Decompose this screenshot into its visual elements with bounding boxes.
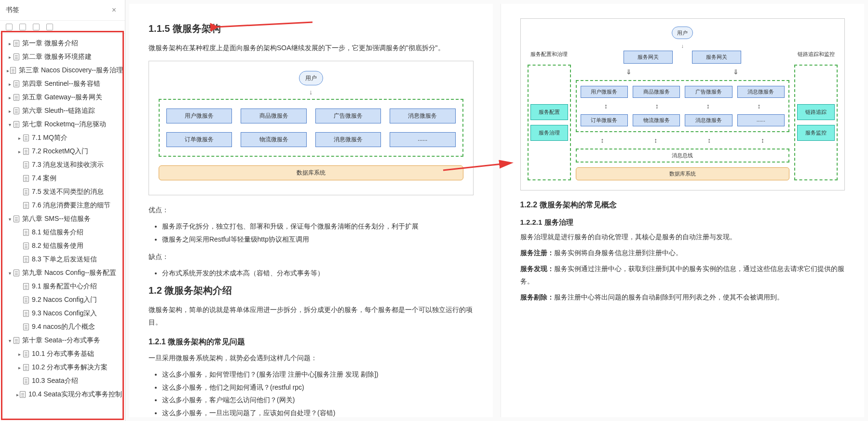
bookmark-label: 第五章 Gateway--服务网关 bbox=[22, 93, 102, 102]
expand-arrow-icon[interactable] bbox=[16, 284, 22, 289]
bookmark-label: 9.1 服务配置中心介绍 bbox=[32, 282, 97, 291]
page-icon bbox=[20, 391, 26, 398]
list-item: 服务原子化拆分，独立打包、部署和升级，保证每个微服务清晰的任务划分，利于扩展 bbox=[162, 220, 474, 233]
expand-all-icon[interactable] bbox=[6, 24, 13, 30]
d2-right-title: 链路追踪和监控 bbox=[794, 51, 838, 58]
bookmark-item[interactable]: ▸第三章 Nacos Discovery--服务治理 bbox=[0, 64, 125, 77]
para-register: 服务注册：服务实例将自身服务信息注册到注册中心。 bbox=[520, 247, 845, 259]
expand-arrow-icon[interactable] bbox=[16, 379, 22, 384]
bookmark-item[interactable]: ▸第五章 Gateway--服务网关 bbox=[0, 91, 125, 104]
expand-arrow-icon[interactable]: ▾ bbox=[7, 338, 13, 343]
expand-arrow-icon[interactable] bbox=[16, 230, 22, 235]
bookmark-item[interactable]: 8.3 下单之后发送短信 bbox=[0, 253, 125, 266]
heading-1-2-1: 1.2.1 微服务架构的常见问题 bbox=[149, 337, 474, 347]
bookmark-item[interactable]: 10.3 Seata介绍 bbox=[0, 374, 125, 388]
para-1-1-5: 微服务架构在某种程度上是面向服务的架构SOA继续发展的下一步，它更加强调服务的"… bbox=[149, 42, 474, 54]
page-icon bbox=[14, 108, 19, 114]
list-item: 微服务之间采用Restful等轻量级http协议相互调用 bbox=[162, 233, 474, 246]
expand-arrow-icon[interactable]: ▸ bbox=[7, 95, 13, 100]
bookmark-item[interactable]: ▾第八章 SMS--短信服务 bbox=[0, 212, 125, 226]
para-remove: 服务剔除：服务注册中心将出问题的服务自动剔除到可用列表之外，使其不会被调用到。 bbox=[520, 291, 845, 303]
bookmark-item[interactable]: ▸第二章 微服务环境搭建 bbox=[0, 50, 125, 64]
bookmarks-sidebar: 书签 × ▸第一章 微服务介绍▸第二章 微服务环境搭建▸第三章 Nacos Di… bbox=[0, 0, 125, 421]
bookmark-label: 第三章 Nacos Discovery--服务治理 bbox=[19, 66, 123, 75]
expand-arrow-icon[interactable]: ▸ bbox=[7, 68, 9, 73]
bookmark-tool-icon[interactable] bbox=[33, 24, 40, 30]
bookmark-item[interactable]: ▾第九章 Nacos Config--服务配置 bbox=[0, 266, 125, 280]
expand-arrow-icon[interactable]: ▸ bbox=[16, 392, 19, 397]
diagram-db: 数据库系统 bbox=[159, 165, 463, 180]
bookmark-item[interactable]: 8.1 短信服务介绍 bbox=[0, 226, 125, 239]
arch-box: 物流微服务 bbox=[633, 114, 680, 126]
bookmark-item[interactable]: 9.1 服务配置中心介绍 bbox=[0, 280, 125, 293]
bookmark-item[interactable]: 9.3 Nacos Config深入 bbox=[0, 307, 125, 320]
expand-arrow-icon[interactable]: ▾ bbox=[7, 217, 13, 222]
page-icon bbox=[23, 135, 29, 141]
bookmark-item[interactable]: ▸10.2 分布式事务解决方案 bbox=[0, 361, 125, 374]
bookmark-item[interactable]: ▾第七章 Rocketmq--消息驱动 bbox=[0, 118, 125, 131]
disadvantages-title: 缺点： bbox=[149, 251, 474, 263]
collapse-all-icon[interactable] bbox=[19, 24, 26, 30]
bookmark-item[interactable]: ▸第四章 Sentinel--服务容错 bbox=[0, 77, 125, 91]
page-icon bbox=[23, 378, 29, 384]
page-icon bbox=[14, 40, 19, 47]
arch-box: ...... bbox=[737, 114, 785, 126]
expand-arrow-icon[interactable]: ▸ bbox=[7, 54, 13, 60]
bookmark-item[interactable]: 7.4 案例 bbox=[0, 172, 125, 185]
bookmark-label: 第十章 Seata--分布式事务 bbox=[22, 336, 100, 345]
bookmark-item[interactable]: ▸10.1 分布式事务基础 bbox=[0, 347, 125, 361]
list-item: 这么多小服务，如何管理他们？(服务治理 注册中心[服务注册 发现 剔除]) bbox=[162, 368, 474, 381]
service-box: 广告微服务 bbox=[315, 109, 381, 123]
expand-arrow-icon[interactable]: ▸ bbox=[7, 109, 13, 114]
page-icon bbox=[23, 283, 29, 290]
bookmark-item[interactable]: 7.6 消息消费要注意的细节 bbox=[0, 199, 125, 212]
bookmark-label: 8.2 短信服务使用 bbox=[32, 242, 83, 250]
expand-arrow-icon[interactable] bbox=[16, 311, 22, 316]
arch-box: 服务配置 bbox=[530, 104, 568, 120]
expand-arrow-icon[interactable] bbox=[16, 298, 22, 303]
bookmark-label: 8.3 下单之后发送短信 bbox=[32, 255, 97, 264]
expand-arrow-icon[interactable] bbox=[16, 203, 22, 208]
expand-arrow-icon[interactable]: ▾ bbox=[7, 271, 13, 276]
expand-arrow-icon[interactable]: ▸ bbox=[16, 149, 22, 154]
bookmark-item[interactable]: ▸7.1 MQ简介 bbox=[0, 131, 125, 145]
expand-arrow-icon[interactable] bbox=[16, 257, 22, 262]
expand-arrow-icon[interactable]: ▸ bbox=[16, 136, 22, 141]
bookmark-label: 第四章 Sentinel--服务容错 bbox=[22, 80, 100, 88]
expand-arrow-icon[interactable] bbox=[16, 244, 22, 249]
bookmark-label: 7.3 消息发送和接收演示 bbox=[32, 161, 104, 169]
expand-arrow-icon[interactable] bbox=[16, 163, 22, 168]
arch-box: 链路追踪 bbox=[797, 104, 835, 120]
bookmark-item[interactable]: ▸第一章 微服务介绍 bbox=[0, 37, 125, 50]
bookmark-item[interactable]: 8.2 短信服务使用 bbox=[0, 239, 125, 253]
more-tool-icon[interactable] bbox=[46, 24, 53, 30]
bookmark-tree[interactable]: ▸第一章 微服务介绍▸第二章 微服务环境搭建▸第三章 Nacos Discove… bbox=[0, 34, 125, 421]
page-icon bbox=[23, 189, 29, 195]
expand-arrow-icon[interactable]: ▸ bbox=[7, 81, 13, 87]
bookmark-item[interactable]: ▸第六章 Sleuth--链路追踪 bbox=[0, 104, 125, 118]
bookmark-label: 第一章 微服务介绍 bbox=[22, 39, 78, 48]
expand-arrow-icon[interactable]: ▸ bbox=[16, 352, 22, 357]
page-icon bbox=[14, 337, 19, 344]
expand-arrow-icon[interactable] bbox=[16, 176, 22, 181]
page-icon bbox=[23, 162, 29, 168]
expand-arrow-icon[interactable] bbox=[16, 190, 22, 195]
expand-arrow-icon[interactable]: ▸ bbox=[16, 365, 22, 370]
expand-arrow-icon[interactable]: ▸ bbox=[7, 41, 13, 46]
bookmark-label: 9.2 Nacos Config入门 bbox=[32, 296, 97, 304]
page-icon bbox=[23, 148, 29, 155]
bookmark-item[interactable]: 9.4 nacos的几个概念 bbox=[0, 320, 125, 334]
close-icon[interactable]: × bbox=[109, 5, 119, 15]
bookmark-item[interactable]: 7.5 发送不同类型的消息 bbox=[0, 185, 125, 199]
expand-arrow-icon[interactable] bbox=[16, 325, 22, 330]
page-icon bbox=[14, 54, 19, 60]
bookmark-item[interactable]: ▸7.2 RocketMQ入门 bbox=[0, 145, 125, 158]
expand-arrow-icon[interactable]: ▾ bbox=[7, 122, 13, 127]
bookmark-item[interactable]: 7.3 消息发送和接收演示 bbox=[0, 158, 125, 172]
arch-box: 服务治理 bbox=[530, 125, 568, 141]
bookmark-label: 第七章 Rocketmq--消息驱动 bbox=[22, 120, 106, 129]
bookmark-item[interactable]: ▾第十章 Seata--分布式事务 bbox=[0, 334, 125, 347]
bookmark-item[interactable]: ▸10.4 Seata实现分布式事务控制 bbox=[0, 388, 125, 401]
bookmark-item[interactable]: 9.2 Nacos Config入门 bbox=[0, 293, 125, 307]
page-icon bbox=[14, 216, 19, 222]
